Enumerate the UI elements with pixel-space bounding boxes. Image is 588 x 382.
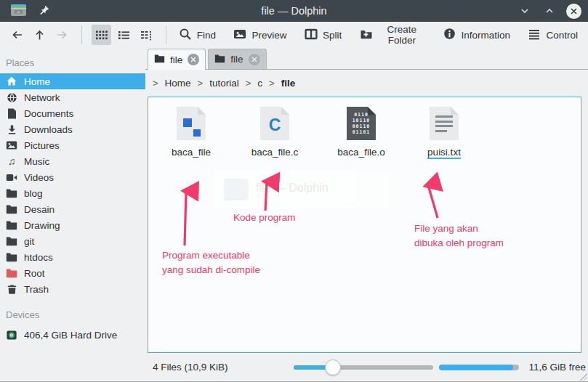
resize-grip[interactable] [580,373,587,381]
tab-label: file [170,54,182,65]
breadcrumb-chevron[interactable]: > [153,78,158,89]
sidebar-item-trash[interactable]: Trash [0,281,145,297]
sidebar-item-music[interactable]: ♫ Music [0,153,145,169]
sidebar-item-drawing[interactable]: Drawing [0,217,145,233]
close-button[interactable] [566,4,581,19]
annotation-executable: Program executable yang sudah di-compile [162,248,260,277]
breadcrumb-c[interactable]: c [257,78,262,89]
sidebar-item-documents[interactable]: Documents [0,105,145,121]
text-file-icon [430,107,459,140]
hamburger-menu-icon [528,28,541,42]
tab-label: file [230,54,243,65]
file-puisi.txt[interactable]: puisi.txt [408,107,480,159]
control-label: Control [546,30,578,41]
tab-close-icon[interactable] [249,54,260,65]
breadcrumb: > Home > tutorial > c > file [145,70,588,96]
sidebar-item-label: htdocs [24,252,53,263]
sidebar-item-videos[interactable]: Videos [0,169,145,185]
minimize-button[interactable] [517,3,533,19]
details-view-button[interactable] [137,25,156,45]
download-icon [6,123,17,135]
sidebar-item-label: Desain [24,204,55,215]
sidebar-item-root[interactable]: Root [0,265,145,281]
pin-icon[interactable] [39,4,50,18]
split-button[interactable]: Split [302,25,345,45]
folder-icon [6,219,17,231]
annotation-source: Kode program [233,211,296,225]
file-baca_file.c[interactable]: C baca_file.c [238,107,311,158]
ghost-icon [224,179,249,200]
sidebar-item-label: Documents [24,108,73,119]
files-summary: 4 Files (10,9 KiB) [153,362,228,373]
hard-drive-icon [6,329,17,341]
breadcrumb-home[interactable]: Home [165,78,191,89]
titlebar: file — Dolphin [0,0,588,22]
preview-button[interactable]: Preview [230,25,289,45]
binary-rows: 0110 10110 00110 01101 [347,112,376,135]
sidebar-item-label: Music [24,156,49,167]
file-baca_file.o[interactable]: 0110 10110 00110 01101 baca_file.o [325,107,398,158]
places-panel: Places Home Network Documents [0,48,145,381]
control-button[interactable]: Control [525,25,581,45]
toolbar-separator [166,25,166,44]
breadcrumb-chevron: > [269,78,275,89]
create-folder-label: Create Folder [378,24,426,46]
places-header: Places [0,57,145,73]
sidebar-item-htdocs[interactable]: htdocs [0,249,145,265]
tab-file-2[interactable]: file [208,49,266,69]
sidebar-item-blog[interactable]: blog [0,185,145,201]
sidebar-item-git[interactable]: git [0,233,145,249]
sidebar-item-desain[interactable]: Desain [0,201,145,217]
icons-view-button[interactable] [92,25,111,45]
arrow-to-text-file [428,185,438,218]
back-button[interactable] [7,25,27,45]
arrow-to-executable [185,191,186,245]
information-button[interactable]: Information [440,25,513,45]
folder-view[interactable]: file — Dolphin baca_file C baca_file.c [148,97,581,353]
image-icon [6,139,17,151]
create-folder-button[interactable]: Create Folder [357,25,429,45]
ghost-window-title: file — Dolphin [256,182,329,195]
up-button[interactable] [30,25,49,45]
breadcrumb-tutorial[interactable]: tutorial [209,78,239,89]
sidebar-item-label: Pictures [24,140,60,151]
info-icon [443,28,456,42]
executable-file-icon [177,107,206,140]
sidebar-item-label: Root [24,268,45,279]
file-baca_file[interactable]: baca_file [155,107,227,158]
folder-icon [154,54,165,65]
sidebar-item-hard-drive[interactable]: 406,4 GiB Hard Drive [0,325,145,344]
find-label: Find [197,30,216,41]
forward-button[interactable] [52,25,72,45]
sidebar-item-home[interactable]: Home [0,73,145,89]
tab-close-icon[interactable] [188,54,199,65]
tab-bar: file file [145,48,588,70]
zoom-slider-handle[interactable] [325,359,341,375]
sidebar-item-label: Network [24,92,60,103]
ghost-artifact: file — Dolphin [214,171,410,208]
file-name: baca_file.c [251,147,299,158]
maximize-button[interactable] [541,3,557,19]
breadcrumb-current[interactable]: file [281,78,296,89]
c-glyph: C [260,115,289,135]
list-view-button[interactable] [114,25,134,45]
folder-icon [6,251,17,263]
sidebar-item-pictures[interactable]: Pictures [0,137,145,153]
dolphin-window: file — Dolphin [0,0,588,382]
zoom-slider[interactable] [294,359,433,375]
sidebar-item-downloads[interactable]: Downloads [0,121,145,137]
c-source-file-icon: C [260,107,289,140]
globe-icon [6,92,17,103]
sidebar-item-label: Trash [24,284,49,295]
video-camera-icon [6,171,17,183]
breadcrumb-chevron: > [246,78,251,89]
search-icon [179,28,192,43]
tab-file-1[interactable]: file [148,49,206,70]
trash-icon [6,283,17,295]
file-name: baca_file [172,147,211,158]
folder-icon [214,54,225,65]
devices-header: Devices [0,297,145,325]
find-button[interactable]: Find [176,25,219,45]
sidebar-item-network[interactable]: Network [0,89,145,105]
toolbar: Find Preview Split Create Folder [0,22,588,48]
